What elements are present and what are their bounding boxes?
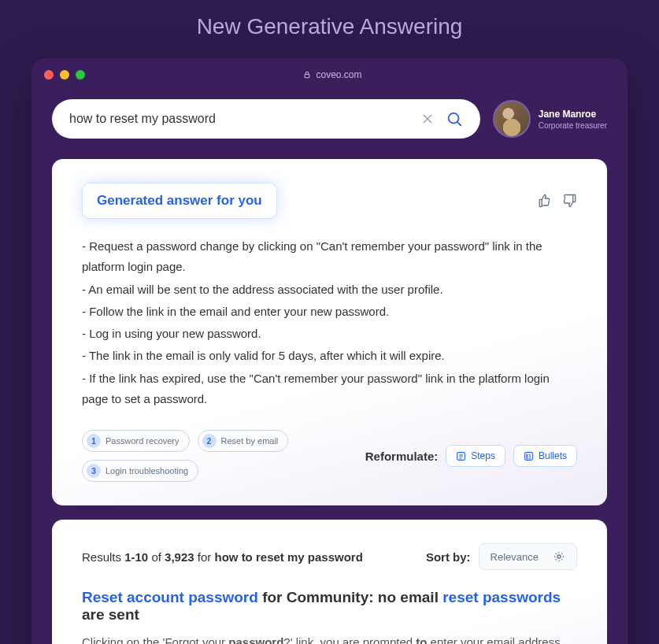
- svg-point-1: [448, 113, 458, 124]
- page-heading: New Generative Answering: [0, 0, 659, 58]
- thumbs-up-button[interactable]: [538, 194, 552, 208]
- tag-number: 2: [202, 434, 217, 448]
- tag-number: 3: [87, 464, 101, 478]
- answer-line: - Log in using your new password.: [82, 324, 577, 344]
- generated-answer-card: Generated answer for you - Request a pas…: [52, 159, 607, 505]
- thumbs-down-icon: [563, 194, 577, 208]
- svg-point-6: [527, 457, 528, 458]
- answer-line: - If the link has expired, use the "Can'…: [82, 368, 577, 410]
- answer-line: - The link in the email is only valid fo…: [82, 346, 577, 366]
- answer-body: - Request a password change by clicking …: [82, 236, 577, 409]
- user-name: Jane Manroe: [539, 109, 607, 120]
- reformulate-bullets-button[interactable]: Bullets: [513, 445, 577, 467]
- tag-label: Reset by email: [221, 436, 279, 446]
- sort-value: Relevance: [491, 551, 539, 563]
- reformulate-controls: Reformulate: Steps Bullets: [365, 445, 577, 467]
- url-text: coveo.com: [316, 69, 361, 80]
- source-tag[interactable]: 2 Reset by email: [198, 430, 289, 452]
- avatar: [493, 100, 531, 138]
- close-window-icon[interactable]: [44, 70, 54, 80]
- user-role: Corporate treasurer: [539, 121, 607, 130]
- source-tags: 1 Password recovery 2 Reset by email 3 L…: [82, 430, 353, 482]
- tag-number: 1: [87, 434, 101, 448]
- maximize-window-icon[interactable]: [76, 70, 85, 80]
- generated-answer-badge: Generated answer for you: [82, 183, 277, 219]
- traffic-lights: [44, 70, 85, 80]
- steps-icon: [456, 451, 466, 461]
- result-title[interactable]: Reset account password for Community: no…: [82, 589, 577, 624]
- svg-rect-0: [305, 75, 310, 78]
- results-total: 3,923: [165, 550, 194, 564]
- source-tag[interactable]: 1 Password recovery: [82, 430, 190, 452]
- sort-by-label: Sort by:: [426, 550, 471, 564]
- source-tag[interactable]: 3 Login troubleshooting: [82, 460, 198, 482]
- svg-point-7: [557, 555, 561, 558]
- minimize-window-icon[interactable]: [60, 70, 69, 80]
- url-bar: coveo.com: [31, 58, 628, 91]
- sort-controls: Sort by: Relevance: [426, 543, 577, 570]
- thumbs-up-icon: [538, 194, 552, 208]
- url-display: coveo.com: [91, 69, 574, 80]
- search-button[interactable]: [446, 110, 463, 128]
- header-row: Jane Manroe Corporate treasurer: [31, 91, 628, 159]
- close-icon: [420, 112, 435, 126]
- answer-line: - An email will be sent to the address a…: [82, 279, 577, 300]
- clear-search-button[interactable]: [420, 112, 435, 126]
- results-query: how to reset my password: [214, 550, 362, 564]
- results-range: 1-10: [124, 550, 148, 564]
- answer-line: - Request a password change by clicking …: [82, 236, 577, 278]
- svg-point-4: [527, 454, 528, 455]
- tag-label: Password recovery: [106, 436, 180, 446]
- sort-select[interactable]: Relevance: [479, 543, 577, 570]
- result-snippet: Clicking on the 'Forgot your password?' …: [82, 633, 577, 644]
- browser-window: coveo.com Jane Manroe Corporate treasure…: [31, 58, 628, 644]
- reformulate-steps-button[interactable]: Steps: [446, 445, 505, 467]
- bullets-icon: [524, 451, 534, 461]
- sort-icon: [553, 550, 565, 563]
- answer-line: - Follow the link in the email and enter…: [82, 302, 577, 322]
- search-icon: [446, 110, 463, 128]
- results-card: Results 1-10 of 3,923 for how to reset m…: [52, 520, 607, 644]
- user-block[interactable]: Jane Manroe Corporate treasurer: [493, 100, 607, 138]
- search-box: [52, 99, 480, 139]
- results-meta: Results 1-10 of 3,923 for how to reset m…: [82, 543, 577, 570]
- thumbs-down-button[interactable]: [563, 194, 577, 208]
- tag-label: Login troubleshooting: [106, 466, 188, 476]
- reformulate-label: Reformulate:: [365, 450, 439, 463]
- svg-point-5: [527, 456, 528, 457]
- lock-icon: [303, 71, 311, 79]
- feedback-buttons: [538, 194, 577, 208]
- search-input[interactable]: [69, 112, 413, 126]
